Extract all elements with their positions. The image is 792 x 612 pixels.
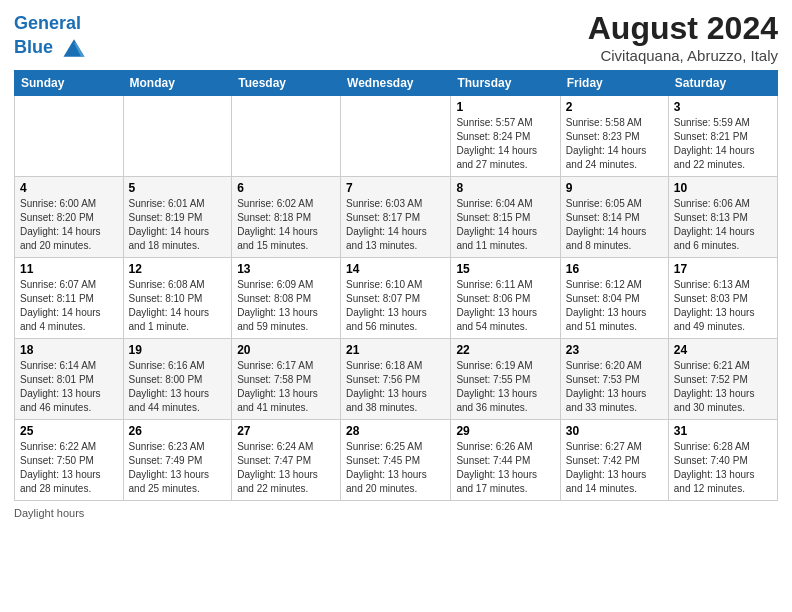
calendar-cell: 26Sunrise: 6:23 AMSunset: 7:49 PMDayligh… xyxy=(123,420,232,501)
weekday-header-sunday: Sunday xyxy=(15,71,124,96)
calendar-cell: 30Sunrise: 6:27 AMSunset: 7:42 PMDayligh… xyxy=(560,420,668,501)
day-info: Sunrise: 6:07 AMSunset: 8:11 PMDaylight:… xyxy=(20,278,118,334)
day-info: Sunrise: 6:03 AMSunset: 8:17 PMDaylight:… xyxy=(346,197,445,253)
day-info: Sunrise: 6:11 AMSunset: 8:06 PMDaylight:… xyxy=(456,278,554,334)
week-row-3: 11Sunrise: 6:07 AMSunset: 8:11 PMDayligh… xyxy=(15,258,778,339)
calendar-cell: 27Sunrise: 6:24 AMSunset: 7:47 PMDayligh… xyxy=(232,420,341,501)
day-number: 15 xyxy=(456,262,554,276)
day-info: Sunrise: 6:20 AMSunset: 7:53 PMDaylight:… xyxy=(566,359,663,415)
day-info: Sunrise: 6:13 AMSunset: 8:03 PMDaylight:… xyxy=(674,278,772,334)
weekday-header-friday: Friday xyxy=(560,71,668,96)
calendar-cell: 21Sunrise: 6:18 AMSunset: 7:56 PMDayligh… xyxy=(341,339,451,420)
day-number: 29 xyxy=(456,424,554,438)
calendar-cell: 17Sunrise: 6:13 AMSunset: 8:03 PMDayligh… xyxy=(668,258,777,339)
subtitle: Civitaquana, Abruzzo, Italy xyxy=(588,47,778,64)
calendar-cell: 28Sunrise: 6:25 AMSunset: 7:45 PMDayligh… xyxy=(341,420,451,501)
logo-blue: Blue xyxy=(14,37,53,57)
calendar-cell: 22Sunrise: 6:19 AMSunset: 7:55 PMDayligh… xyxy=(451,339,560,420)
calendar-cell: 15Sunrise: 6:11 AMSunset: 8:06 PMDayligh… xyxy=(451,258,560,339)
calendar-cell: 18Sunrise: 6:14 AMSunset: 8:01 PMDayligh… xyxy=(15,339,124,420)
day-number: 2 xyxy=(566,100,663,114)
calendar-cell: 20Sunrise: 6:17 AMSunset: 7:58 PMDayligh… xyxy=(232,339,341,420)
day-number: 19 xyxy=(129,343,227,357)
day-number: 7 xyxy=(346,181,445,195)
day-info: Sunrise: 6:21 AMSunset: 7:52 PMDaylight:… xyxy=(674,359,772,415)
day-info: Sunrise: 6:05 AMSunset: 8:14 PMDaylight:… xyxy=(566,197,663,253)
day-info: Sunrise: 5:58 AMSunset: 8:23 PMDaylight:… xyxy=(566,116,663,172)
logo-general: General xyxy=(14,13,81,33)
day-number: 12 xyxy=(129,262,227,276)
day-info: Sunrise: 6:14 AMSunset: 8:01 PMDaylight:… xyxy=(20,359,118,415)
week-row-2: 4Sunrise: 6:00 AMSunset: 8:20 PMDaylight… xyxy=(15,177,778,258)
day-number: 1 xyxy=(456,100,554,114)
weekday-header-saturday: Saturday xyxy=(668,71,777,96)
footer-note: Daylight hours xyxy=(14,507,778,519)
day-info: Sunrise: 6:16 AMSunset: 8:00 PMDaylight:… xyxy=(129,359,227,415)
day-info: Sunrise: 6:01 AMSunset: 8:19 PMDaylight:… xyxy=(129,197,227,253)
calendar-cell: 9Sunrise: 6:05 AMSunset: 8:14 PMDaylight… xyxy=(560,177,668,258)
day-number: 31 xyxy=(674,424,772,438)
day-info: Sunrise: 6:00 AMSunset: 8:20 PMDaylight:… xyxy=(20,197,118,253)
day-number: 26 xyxy=(129,424,227,438)
day-info: Sunrise: 6:12 AMSunset: 8:04 PMDaylight:… xyxy=(566,278,663,334)
day-info: Sunrise: 6:10 AMSunset: 8:07 PMDaylight:… xyxy=(346,278,445,334)
day-info: Sunrise: 6:06 AMSunset: 8:13 PMDaylight:… xyxy=(674,197,772,253)
weekday-header-monday: Monday xyxy=(123,71,232,96)
day-number: 10 xyxy=(674,181,772,195)
day-number: 3 xyxy=(674,100,772,114)
calendar-cell: 13Sunrise: 6:09 AMSunset: 8:08 PMDayligh… xyxy=(232,258,341,339)
calendar-cell: 31Sunrise: 6:28 AMSunset: 7:40 PMDayligh… xyxy=(668,420,777,501)
day-number: 20 xyxy=(237,343,335,357)
weekday-header-wednesday: Wednesday xyxy=(341,71,451,96)
page: General Blue August 2024 Civitaquana, Ab… xyxy=(0,0,792,612)
calendar-cell: 23Sunrise: 6:20 AMSunset: 7:53 PMDayligh… xyxy=(560,339,668,420)
calendar-cell: 16Sunrise: 6:12 AMSunset: 8:04 PMDayligh… xyxy=(560,258,668,339)
calendar-cell: 29Sunrise: 6:26 AMSunset: 7:44 PMDayligh… xyxy=(451,420,560,501)
day-info: Sunrise: 6:17 AMSunset: 7:58 PMDaylight:… xyxy=(237,359,335,415)
day-number: 5 xyxy=(129,181,227,195)
calendar-cell: 7Sunrise: 6:03 AMSunset: 8:17 PMDaylight… xyxy=(341,177,451,258)
calendar-table: SundayMondayTuesdayWednesdayThursdayFrid… xyxy=(14,70,778,501)
day-info: Sunrise: 6:27 AMSunset: 7:42 PMDaylight:… xyxy=(566,440,663,496)
day-number: 16 xyxy=(566,262,663,276)
day-info: Sunrise: 6:04 AMSunset: 8:15 PMDaylight:… xyxy=(456,197,554,253)
day-info: Sunrise: 5:57 AMSunset: 8:24 PMDaylight:… xyxy=(456,116,554,172)
day-number: 25 xyxy=(20,424,118,438)
day-info: Sunrise: 6:09 AMSunset: 8:08 PMDaylight:… xyxy=(237,278,335,334)
week-row-5: 25Sunrise: 6:22 AMSunset: 7:50 PMDayligh… xyxy=(15,420,778,501)
day-number: 4 xyxy=(20,181,118,195)
header: General Blue August 2024 Civitaquana, Ab… xyxy=(14,10,778,64)
calendar-cell: 5Sunrise: 6:01 AMSunset: 8:19 PMDaylight… xyxy=(123,177,232,258)
calendar-cell: 12Sunrise: 6:08 AMSunset: 8:10 PMDayligh… xyxy=(123,258,232,339)
day-number: 30 xyxy=(566,424,663,438)
day-info: Sunrise: 6:18 AMSunset: 7:56 PMDaylight:… xyxy=(346,359,445,415)
day-number: 6 xyxy=(237,181,335,195)
day-info: Sunrise: 6:08 AMSunset: 8:10 PMDaylight:… xyxy=(129,278,227,334)
day-info: Sunrise: 6:02 AMSunset: 8:18 PMDaylight:… xyxy=(237,197,335,253)
day-info: Sunrise: 6:24 AMSunset: 7:47 PMDaylight:… xyxy=(237,440,335,496)
weekday-header-tuesday: Tuesday xyxy=(232,71,341,96)
day-number: 24 xyxy=(674,343,772,357)
calendar-cell: 11Sunrise: 6:07 AMSunset: 8:11 PMDayligh… xyxy=(15,258,124,339)
day-number: 14 xyxy=(346,262,445,276)
day-info: Sunrise: 6:26 AMSunset: 7:44 PMDaylight:… xyxy=(456,440,554,496)
day-info: Sunrise: 6:19 AMSunset: 7:55 PMDaylight:… xyxy=(456,359,554,415)
calendar-cell: 4Sunrise: 6:00 AMSunset: 8:20 PMDaylight… xyxy=(15,177,124,258)
day-number: 9 xyxy=(566,181,663,195)
weekday-header-row: SundayMondayTuesdayWednesdayThursdayFrid… xyxy=(15,71,778,96)
day-number: 22 xyxy=(456,343,554,357)
day-number: 17 xyxy=(674,262,772,276)
week-row-4: 18Sunrise: 6:14 AMSunset: 8:01 PMDayligh… xyxy=(15,339,778,420)
day-info: Sunrise: 6:28 AMSunset: 7:40 PMDaylight:… xyxy=(674,440,772,496)
calendar-cell: 3Sunrise: 5:59 AMSunset: 8:21 PMDaylight… xyxy=(668,96,777,177)
day-number: 28 xyxy=(346,424,445,438)
logo: General Blue xyxy=(14,14,88,62)
calendar-cell: 25Sunrise: 6:22 AMSunset: 7:50 PMDayligh… xyxy=(15,420,124,501)
calendar-cell: 2Sunrise: 5:58 AMSunset: 8:23 PMDaylight… xyxy=(560,96,668,177)
day-number: 11 xyxy=(20,262,118,276)
day-number: 27 xyxy=(237,424,335,438)
calendar-cell: 6Sunrise: 6:02 AMSunset: 8:18 PMDaylight… xyxy=(232,177,341,258)
calendar-cell: 14Sunrise: 6:10 AMSunset: 8:07 PMDayligh… xyxy=(341,258,451,339)
calendar-cell: 1Sunrise: 5:57 AMSunset: 8:24 PMDaylight… xyxy=(451,96,560,177)
calendar-cell: 19Sunrise: 6:16 AMSunset: 8:00 PMDayligh… xyxy=(123,339,232,420)
